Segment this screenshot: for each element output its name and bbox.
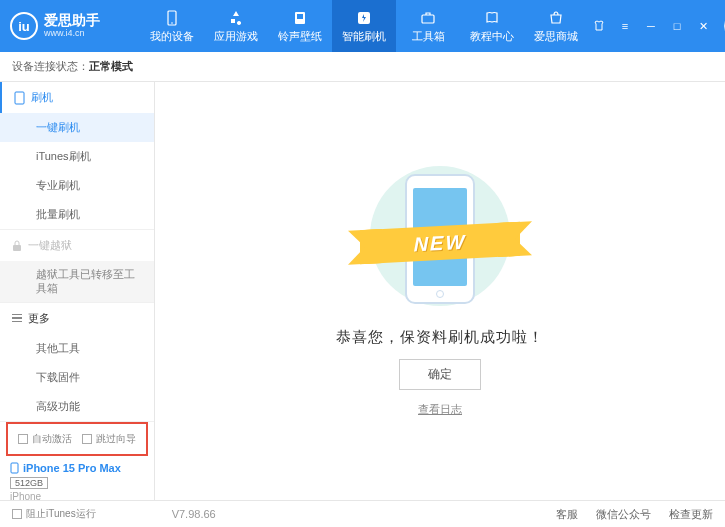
success-illustration: NEW: [340, 166, 540, 316]
store-icon: [547, 9, 565, 27]
nav-my-device[interactable]: 我的设备: [140, 0, 204, 52]
sidebar-item-other[interactable]: 其他工具: [0, 334, 154, 363]
minimize-button[interactable]: ─: [640, 16, 662, 36]
tshirt-icon[interactable]: [588, 16, 610, 36]
apps-icon: [227, 9, 245, 27]
sidebar-item-itunes[interactable]: iTunes刷机: [0, 142, 154, 171]
svg-rect-9: [11, 463, 18, 473]
lock-icon: [12, 240, 22, 252]
skip-guide-checkbox[interactable]: 跳过向导: [82, 432, 136, 446]
top-nav: 我的设备 应用游戏 铃声壁纸 智能刷机 工具箱 教程中心 爱思商城: [140, 0, 588, 52]
status-bar: 设备连接状态： 正常模式: [0, 52, 725, 82]
maximize-button[interactable]: □: [666, 16, 688, 36]
sidebar-item-oneclick[interactable]: 一键刷机: [0, 113, 154, 142]
flash-icon: [355, 9, 373, 27]
nav-ringtones[interactable]: 铃声壁纸: [268, 0, 332, 52]
app-header: iu 爱思助手 www.i4.cn 我的设备 应用游戏 铃声壁纸 智能刷机 工具…: [0, 0, 725, 52]
success-message: 恭喜您，保资料刷机成功啦！: [336, 328, 544, 347]
phone-small-icon: [10, 462, 19, 474]
footer-link-wechat[interactable]: 微信公众号: [596, 507, 651, 522]
ok-button[interactable]: 确定: [399, 359, 481, 390]
sidebar-item-pro[interactable]: 专业刷机: [0, 171, 154, 200]
phone-icon: [14, 91, 25, 105]
logo: iu 爱思助手 www.i4.cn: [10, 12, 140, 40]
sidebar-jailbreak-note: 越狱工具已转移至工具箱: [0, 261, 154, 302]
ribbon-text: NEW: [414, 230, 467, 256]
status-label: 设备连接状态：: [12, 59, 89, 74]
sidebar-more-header[interactable]: 更多: [0, 303, 154, 334]
storage-badge: 512GB: [10, 477, 48, 489]
svg-rect-5: [422, 15, 434, 23]
version-label: V7.98.66: [172, 508, 216, 520]
footer-link-update[interactable]: 检查更新: [669, 507, 713, 522]
svg-rect-8: [13, 245, 21, 251]
sidebar-flash-header[interactable]: 刷机: [0, 82, 154, 113]
device-type: iPhone: [10, 491, 144, 502]
footer-link-support[interactable]: 客服: [556, 507, 578, 522]
toolbox-icon: [419, 9, 437, 27]
options-highlight-box: 自动激活 跳过向导: [6, 422, 148, 456]
nav-tutorials[interactable]: 教程中心: [460, 0, 524, 52]
close-button[interactable]: ✕: [692, 16, 714, 36]
svg-rect-3: [297, 14, 303, 19]
auto-activate-checkbox[interactable]: 自动激活: [18, 432, 72, 446]
device-name[interactable]: iPhone 15 Pro Max: [10, 462, 144, 474]
status-value: 正常模式: [89, 59, 133, 74]
device-icon: [163, 9, 181, 27]
menu-icon[interactable]: ≡: [614, 16, 636, 36]
logo-icon: iu: [10, 12, 38, 40]
svg-rect-7: [15, 92, 24, 104]
main-content: NEW 恭喜您，保资料刷机成功啦！ 确定 查看日志: [155, 82, 725, 500]
logo-title: 爱思助手: [44, 13, 100, 28]
block-itunes-checkbox[interactable]: 阻止iTunes运行: [12, 507, 96, 521]
sidebar: 刷机 一键刷机 iTunes刷机 专业刷机 批量刷机 一键越狱 越狱工具已转移至…: [0, 82, 155, 500]
nav-store[interactable]: 爱思商城: [524, 0, 588, 52]
music-icon: [291, 9, 309, 27]
logo-url: www.i4.cn: [44, 29, 100, 39]
sidebar-jailbreak-header: 一键越狱: [0, 230, 154, 261]
sidebar-item-batch[interactable]: 批量刷机: [0, 200, 154, 229]
book-icon: [483, 9, 501, 27]
nav-apps[interactable]: 应用游戏: [204, 0, 268, 52]
hamburger-icon: [12, 314, 22, 323]
header-controls: ≡ ─ □ ✕: [588, 13, 725, 39]
nav-flash[interactable]: 智能刷机: [332, 0, 396, 52]
nav-toolbox[interactable]: 工具箱: [396, 0, 460, 52]
svg-point-1: [171, 22, 173, 24]
sidebar-item-download[interactable]: 下载固件: [0, 363, 154, 392]
device-info: iPhone 15 Pro Max 512GB iPhone: [0, 456, 154, 508]
view-log-link[interactable]: 查看日志: [418, 402, 462, 417]
sidebar-item-advanced[interactable]: 高级功能: [0, 392, 154, 421]
